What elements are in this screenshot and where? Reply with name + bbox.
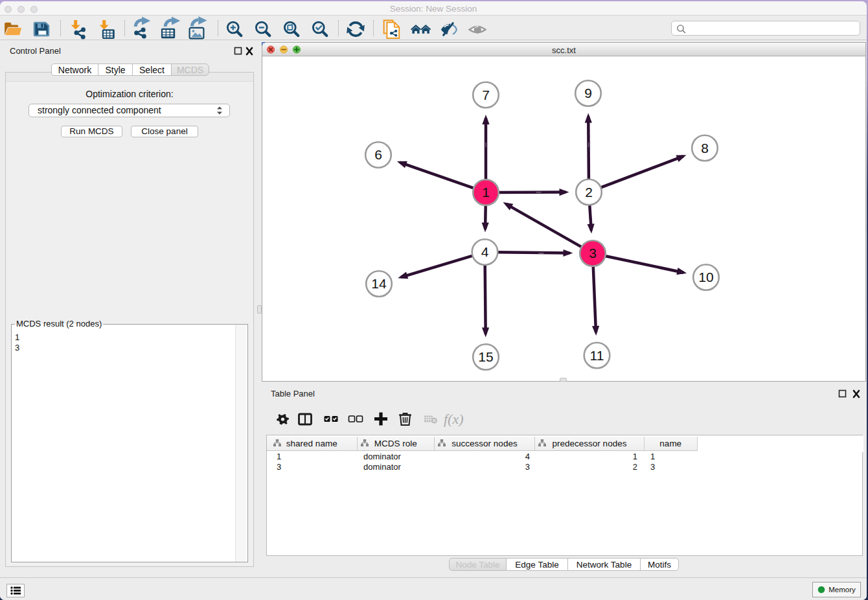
- svg-text:4: 4: [481, 244, 489, 259]
- svg-text:15: 15: [478, 349, 493, 364]
- svg-text:11: 11: [590, 348, 604, 363]
- svg-text:7: 7: [482, 87, 490, 102]
- svg-text:6: 6: [374, 147, 382, 162]
- svg-text:f(x): f(x): [444, 411, 464, 427]
- svg-text:14: 14: [371, 276, 387, 291]
- svg-text:8: 8: [701, 141, 709, 156]
- svg-text:10: 10: [698, 270, 713, 284]
- svg-text:2: 2: [585, 185, 593, 200]
- svg-text:3: 3: [589, 246, 597, 260]
- svg-text:9: 9: [584, 86, 592, 100]
- svg-text:1: 1: [482, 185, 490, 200]
